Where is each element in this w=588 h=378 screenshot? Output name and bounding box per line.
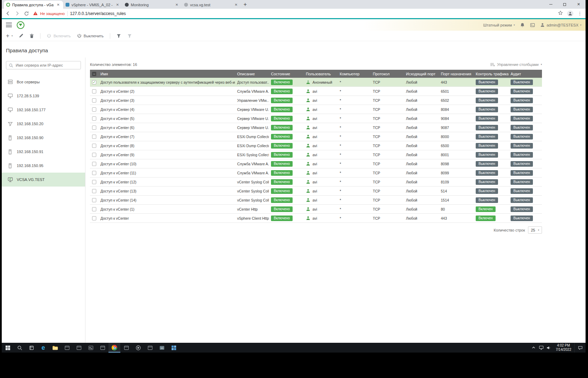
bookmark-star-icon[interactable]	[558, 10, 563, 17]
row-checkbox[interactable]	[92, 135, 96, 139]
column-header[interactable]: Контроль трафика	[474, 72, 508, 76]
sidebar-item-0[interactable]: Все серверы	[2, 75, 85, 89]
filter-button[interactable]	[116, 34, 121, 38]
table-row[interactable]: Доступ к vCenter (12)vCenter Syslog Coll…	[90, 177, 542, 187]
row-checkbox[interactable]	[92, 189, 96, 193]
table-row[interactable]: Доступ к vCenter (7)ESXi Dump CollectorВ…	[90, 132, 542, 141]
sidebar-item-7[interactable]: VCSA.VG.TEST	[2, 173, 85, 187]
column-header[interactable]: Исходящий порт	[404, 72, 439, 76]
column-header[interactable]: Компьютер	[338, 72, 371, 76]
table-row[interactable]: Доступ к vCenter (5)Сервер VMware U...Вк…	[90, 114, 542, 123]
row-checkbox[interactable]	[92, 207, 96, 211]
table-row[interactable]: Доступ к vCenter (1)vCenter HttpВключено…	[90, 205, 542, 214]
forward-button[interactable]	[15, 11, 20, 16]
row-checkbox[interactable]	[92, 80, 96, 84]
table-row[interactable]: Доступ к vCenter (3)Управление VMw...Вкл…	[90, 96, 542, 105]
table-row[interactable]: Доступ к vCenter (8)ESXi Dump CollectorВ…	[90, 141, 542, 150]
app-window-icon[interactable]	[61, 343, 73, 353]
action-center-button[interactable]	[574, 343, 586, 353]
browser-tab-4[interactable]: vcsa.vg.test✕	[182, 1, 241, 9]
tab-close-icon[interactable]: ✕	[115, 2, 120, 7]
sidebar-item-5[interactable]: 192.168.150.91	[2, 145, 85, 159]
edge-icon[interactable]: e	[37, 343, 49, 353]
display-icon[interactable]	[537, 343, 545, 353]
notifications-button[interactable]	[520, 23, 525, 28]
column-header[interactable]: Описание	[235, 72, 269, 76]
tab-close-icon[interactable]: ✕	[234, 2, 239, 7]
media-icon[interactable]	[132, 343, 144, 353]
row-checkbox[interactable]	[92, 180, 96, 184]
task-view-icon[interactable]	[25, 343, 37, 353]
app-window-icon[interactable]	[120, 343, 132, 353]
start-icon[interactable]	[2, 343, 14, 353]
tab-close-icon[interactable]: ✕	[56, 2, 61, 7]
mode-dropdown[interactable]: Штатный режим ▾	[483, 23, 515, 27]
browser-tab-3[interactable]: Monitoring✕	[122, 1, 182, 9]
refresh-button[interactable]	[24, 11, 29, 16]
add-rule-button[interactable]: + ▾	[6, 33, 13, 39]
row-checkbox[interactable]	[92, 153, 96, 157]
column-header[interactable]: Состояние	[269, 72, 304, 76]
row-checkbox[interactable]	[92, 107, 96, 112]
vmware-icon[interactable]: vm	[156, 343, 168, 353]
row-checkbox[interactable]	[92, 144, 96, 148]
server-search-input[interactable]	[6, 61, 81, 69]
select-all-checkbox[interactable]	[92, 72, 96, 76]
window-close-button[interactable]: ✕	[572, 0, 586, 9]
table-row[interactable]: Доступ к vCenter (2)Служба VMware A...Вк…	[90, 87, 542, 96]
window-minimize-button[interactable]	[544, 0, 558, 9]
browser-tab-2[interactable]: vSphere - VM65_A_02 - Summar...✕	[63, 1, 122, 9]
volume-icon[interactable]	[545, 343, 553, 353]
table-row[interactable]: Доступ к vCenter (13)vCenter Syslog Coll…	[90, 187, 542, 196]
column-header[interactable]: Порт назначения	[439, 72, 474, 76]
profile-avatar[interactable]	[567, 10, 573, 17]
column-header[interactable]: Аудит	[508, 72, 542, 76]
chrome-icon[interactable]	[108, 343, 120, 353]
table-row[interactable]: Доступ к vCenter (9)ESXi Syslog Collecto…	[90, 150, 542, 159]
app-window-icon[interactable]	[73, 343, 85, 353]
user-menu[interactable]: admin@TESTESX ▾	[540, 23, 581, 27]
taskbar-clock[interactable]: 4:02 PM 7/14/2022	[553, 343, 575, 353]
sidebar-item-2[interactable]: 192.168.150.177	[2, 103, 85, 117]
edit-rule-button[interactable]	[19, 33, 23, 38]
new-tab-button[interactable]: +	[241, 0, 249, 9]
hamburger-menu-icon[interactable]	[6, 23, 12, 27]
row-checkbox[interactable]	[92, 171, 96, 175]
table-row[interactable]: Доступ пользователя к защищаемому сервер…	[90, 78, 542, 87]
console-button[interactable]	[530, 23, 535, 27]
row-checkbox[interactable]	[92, 162, 96, 166]
file-explorer-icon[interactable]	[49, 343, 61, 353]
row-checkbox[interactable]	[92, 126, 96, 130]
table-row[interactable]: Доступ к vCenter (6)Сервер VMware U...Вк…	[90, 123, 542, 132]
table-row[interactable]: Доступ к vCenter (10)Служба VMware A...В…	[90, 159, 542, 168]
back-button[interactable]	[5, 11, 10, 16]
disable-rule-button[interactable]: Выключить	[77, 33, 104, 38]
table-row[interactable]: Доступ к vCenter (14)vCenter Syslog Coll…	[90, 196, 542, 205]
app-window-icon[interactable]	[97, 343, 108, 353]
clear-filter-button[interactable]	[127, 34, 132, 38]
enable-rule-button[interactable]: Включить	[47, 33, 70, 38]
terminal-icon[interactable]	[85, 343, 97, 353]
browser-menu-icon[interactable]: ⋮	[578, 11, 582, 16]
app-window-icon[interactable]	[144, 343, 156, 353]
grid-app-icon[interactable]	[168, 343, 180, 353]
sidebar-item-1[interactable]: 172.28.5.139	[2, 89, 85, 103]
manage-columns-button[interactable]: Управление столбцами ▾	[490, 62, 542, 67]
delete-rule-button[interactable]	[30, 33, 34, 38]
omnibox[interactable]: Не защищено 127.0.0.1/server/access_rule…	[33, 10, 554, 17]
search-icon[interactable]	[14, 343, 25, 353]
rows-per-page-select[interactable]: 25 ▾	[528, 226, 542, 234]
row-checkbox[interactable]	[92, 98, 96, 103]
table-row[interactable]: Доступ к vCenter (4)Сервер VMware U...Вк…	[90, 105, 542, 114]
column-header[interactable]: Имя	[98, 72, 235, 76]
column-header[interactable]: Протокол	[371, 72, 404, 76]
row-checkbox[interactable]	[92, 89, 96, 93]
sidebar-item-3[interactable]: 192.168.150.20	[2, 117, 85, 131]
table-row[interactable]: Доступ к vCentervSphere Client HttpsВклю…	[90, 214, 542, 223]
sidebar-item-4[interactable]: 192.168.150.90	[2, 131, 85, 145]
tab-close-icon[interactable]: ✕	[174, 2, 179, 7]
window-maximize-button[interactable]	[558, 0, 572, 9]
chevron-up-icon[interactable]	[530, 343, 537, 353]
row-checkbox[interactable]	[92, 198, 96, 202]
table-row[interactable]: Доступ к vCenter (11)Служба VMware A...В…	[90, 168, 542, 177]
